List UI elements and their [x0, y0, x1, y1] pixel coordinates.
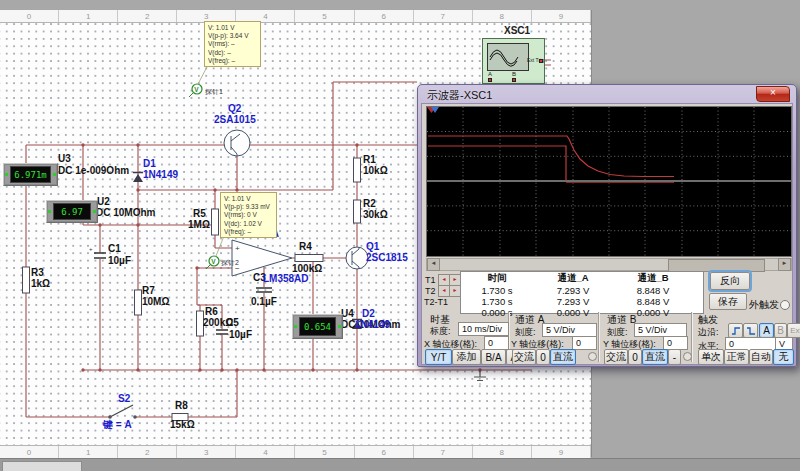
u2-ref: U2 [97, 197, 110, 207]
xsc1-term-ext[interactable] [539, 59, 543, 63]
scope-panel: ◄ ► T1 ◄ ► T2 ◄ ► T2-T1 时间 通道_A 通道_B [421, 103, 793, 365]
timebase-xpos-input[interactable]: 0 [484, 336, 509, 350]
multimeter-u3[interactable]: 6.971m [3, 163, 58, 186]
probe1-label: 探针1 [205, 87, 223, 97]
single-button[interactable]: 单次 [698, 349, 724, 365]
u4-reading: 0.654 [299, 317, 336, 335]
u1-value: LM358AD [263, 274, 309, 284]
trigger-source-ext-button[interactable]: Ext [787, 323, 800, 338]
cursor-t2-label: T2 [425, 286, 436, 296]
add-button[interactable]: 添加 [452, 349, 481, 365]
r4-ref: R4 [299, 242, 312, 252]
falling-edge-button[interactable] [743, 323, 758, 338]
app-scrollbar-thumb[interactable] [2, 461, 82, 471]
c5-value: 10µF [229, 330, 252, 340]
cha-ac-button[interactable]: 交流 [512, 349, 536, 365]
chb-ypos-input[interactable]: 0 [663, 336, 688, 350]
probe-2[interactable]: V [206, 256, 219, 269]
r5-value: 1MΩ [188, 220, 210, 230]
xsc1-term-b-label: B [512, 71, 516, 77]
u2-spec: DC 10MOhm [96, 208, 155, 218]
u3-reading: 6.971m [10, 166, 50, 183]
auto-button[interactable]: 自动 [749, 349, 773, 365]
timebase-scale-label: 标度: [430, 325, 451, 338]
xsc1-term-a[interactable] [488, 78, 492, 82]
chb-ac-button[interactable]: 交流 [604, 349, 628, 365]
dt-row: 0.000 s 0.000 V 0.000 V [461, 307, 703, 318]
sheet-ruler-bottom: 0 1 2 3 4 5 6 7 8 9 [0, 445, 591, 458]
d1-ref: D1 [143, 159, 156, 169]
trigger-source-a-button[interactable]: A [759, 323, 774, 338]
trigger-title: 触发 [698, 313, 718, 327]
d2-ref: D2 [362, 309, 375, 319]
cha-dc-button[interactable]: 直流 [550, 349, 576, 365]
switch-s2[interactable] [108, 405, 137, 419]
reverse-button[interactable]: 反向 [710, 272, 750, 290]
c1-plus-mark: + [89, 246, 93, 252]
r7-ref: R7 [142, 286, 155, 296]
scrollbar-right-arrow-icon[interactable]: ► [778, 258, 791, 271]
r4-value: 100kΩ [292, 264, 322, 274]
scrollbar-track[interactable] [440, 259, 778, 270]
d2-value: 1N4149 [355, 320, 390, 330]
sheet-ruler-top: 0 1 2 3 4 5 6 7 8 9 [0, 10, 591, 23]
cha-zero-button[interactable]: 0 [536, 349, 550, 365]
oscilloscope-icon[interactable]: Ext Trig A B [482, 38, 545, 84]
oscilloscope-window[interactable]: 示波器-XSC1 × [417, 84, 797, 367]
probe2-callout: V: 1.01 VV(p-p): 9.33 mV V(rms): 0 VV(dc… [220, 192, 277, 238]
window-titlebar[interactable]: 示波器-XSC1 × [418, 85, 796, 103]
probe-1[interactable]: V [189, 84, 202, 97]
xsc1-term-b[interactable] [512, 78, 516, 82]
timebase-scale-input[interactable]: 10 ms/Div [458, 322, 509, 336]
r3-value: 1kΩ [31, 279, 50, 289]
c5-ref: C5 [226, 318, 239, 328]
none-button[interactable]: 无 [773, 349, 794, 365]
scope-display[interactable] [426, 106, 792, 257]
opamp-u1a[interactable]: + − [232, 240, 292, 276]
window-title: 示波器-XSC1 [427, 88, 492, 103]
c3-value: 0.1µF [251, 297, 277, 307]
r1-value: 10kΩ [363, 166, 388, 176]
chb-title: 通道 B [607, 313, 636, 327]
r1-ref: R1 [363, 155, 376, 165]
trigger-source-b-button[interactable]: B [774, 323, 787, 338]
multimeter-u2[interactable]: 6.97 [46, 200, 98, 223]
chb-minus-button[interactable]: - [668, 349, 681, 365]
yt-button[interactable]: Y/T [425, 349, 452, 365]
chb-dc-button[interactable]: 直流 [642, 349, 668, 365]
r2-value: 30kΩ [363, 210, 388, 220]
chb-ground-icon [683, 352, 692, 361]
col-chb: 通道_B [613, 272, 693, 285]
close-button[interactable]: × [756, 86, 790, 102]
s2-value: 键 = A [103, 420, 132, 430]
normal-button[interactable]: 正常 [724, 349, 749, 365]
multimeter-u4[interactable]: 0.654 [292, 314, 343, 339]
cha-ypos-input[interactable]: 0 [572, 336, 597, 350]
display-scrollbar[interactable]: ◄ ► [426, 258, 792, 271]
probe1-callout: V: 1.01 VV(p-p): 3.64 V V(rms): –V(dc): … [204, 21, 261, 67]
transistor-q2[interactable] [224, 130, 250, 156]
chb-zero-button[interactable]: 0 [628, 349, 642, 365]
ba-button[interactable]: B/A [481, 349, 506, 365]
scrollbar-left-arrow-icon[interactable]: ◄ [427, 258, 440, 271]
save-button[interactable]: 保存 [709, 293, 747, 310]
rising-edge-icon [731, 326, 741, 336]
resistors[interactable] [23, 158, 361, 421]
rising-edge-button[interactable] [728, 323, 743, 338]
u3-spec: DC 1e-009Ohm [58, 166, 129, 176]
xsc1-label: XSC1 [504, 26, 530, 36]
ext-trigger-radio[interactable] [780, 300, 790, 310]
cha-ground-icon [588, 352, 597, 361]
probe2-label: 探针2 [221, 258, 239, 268]
q2-value: 2SA1015 [214, 115, 256, 125]
svg-text:+: + [235, 244, 240, 253]
q1-ref: Q1 [366, 242, 379, 252]
r3-ref: R3 [31, 268, 44, 278]
transistor-q1[interactable] [346, 247, 368, 269]
ground-symbol [474, 370, 486, 384]
chb-scale-input[interactable]: 5 V/Div [634, 323, 687, 337]
app-horizontal-scrollbar[interactable] [0, 458, 800, 471]
cha-scale-input[interactable]: 5 V/Div [542, 323, 597, 337]
col-time: 时间 [461, 272, 533, 285]
r7-value: 10MΩ [142, 297, 169, 307]
